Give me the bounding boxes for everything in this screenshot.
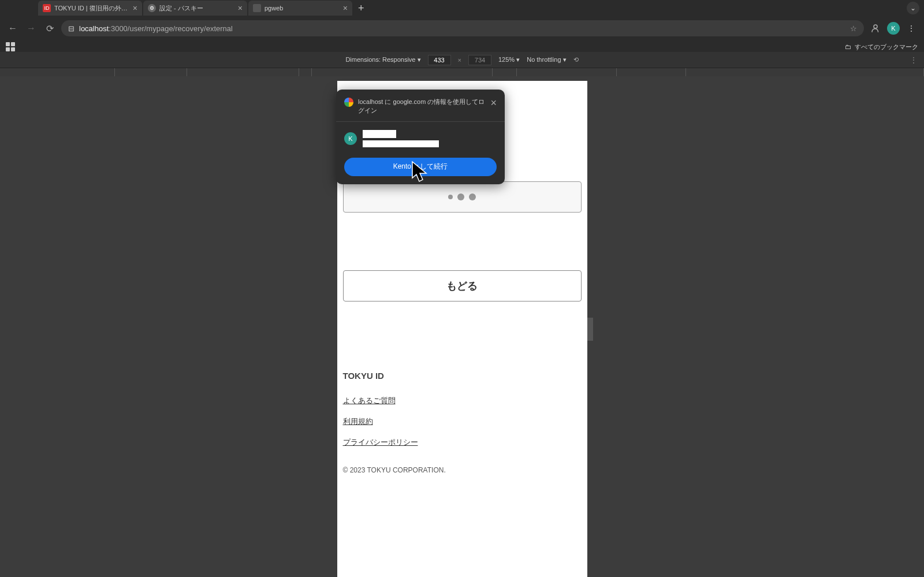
profile-avatar[interactable]: K (887, 22, 900, 35)
close-icon[interactable]: × (133, 3, 137, 13)
tab-title: 設定 - パスキー (159, 4, 234, 13)
account-name-redacted (363, 130, 396, 138)
close-icon[interactable]: × (343, 3, 348, 13)
tab-bar: ID TOKYU ID | 復旧用の外部ID連携 × ⚙ 設定 - パスキー ×… (0, 0, 924, 16)
resize-handle-right[interactable] (587, 318, 593, 341)
new-tab-button[interactable]: + (353, 2, 369, 14)
page-footer: TOKYU ID よくあるご質問 利用規約 プライバシーポリシー © 2023 … (343, 371, 582, 474)
back-button[interactable]: もどる (343, 270, 582, 301)
url-host: localhost (79, 24, 109, 33)
person-icon[interactable] (869, 21, 882, 35)
url-bar[interactable]: ⊟ localhost:3000/user/mypage/recovery/ex… (61, 20, 864, 36)
all-bookmarks-label[interactable]: すべてのブックマーク (855, 43, 918, 51)
google-icon (344, 98, 353, 107)
throttling-dropdown[interactable]: No throttling ▾ (527, 56, 566, 64)
site-info-icon[interactable]: ⊟ (68, 24, 74, 33)
folder-icon: 🗀 (845, 43, 851, 50)
height-input[interactable] (468, 55, 491, 65)
bookmark-bar: 🗀 すべてのブックマーク (0, 40, 924, 53)
apps-icon[interactable] (6, 42, 15, 51)
privacy-link[interactable]: プライバシーポリシー (343, 437, 582, 448)
copyright: © 2023 TOKYU CORPORATION. (343, 466, 582, 474)
gear-icon: ⚙ (148, 4, 156, 12)
nav-bar: ← → ⟳ ⊟ localhost:3000/user/mypage/recov… (0, 16, 924, 40)
tab-favicon-id: ID (43, 4, 51, 12)
dot-icon (448, 195, 453, 199)
url-path: /user/mypage/recovery/external (128, 24, 233, 33)
star-icon[interactable]: ☆ (850, 24, 857, 33)
continue-button[interactable]: Kento として続行 (344, 158, 497, 176)
dot-icon (469, 193, 476, 200)
browser-chrome: ID TOKYU ID | 復旧用の外部ID連携 × ⚙ 設定 - パスキー ×… (0, 0, 924, 52)
divider (336, 121, 505, 122)
popup-header-text: localhost に google.com の情報を使用してログイン (358, 98, 486, 116)
tab-favicon-blank (253, 4, 261, 12)
account-email-redacted (363, 140, 439, 147)
more-icon[interactable]: ⋮ (910, 56, 917, 64)
url-port: :3000 (109, 24, 128, 33)
close-icon[interactable]: × (490, 98, 497, 108)
account-row[interactable]: K (344, 128, 497, 150)
faq-link[interactable]: よくあるご質問 (343, 396, 582, 406)
reload-icon[interactable]: ⟳ (43, 21, 57, 35)
browser-tab-2[interactable]: ⚙ 設定 - パスキー × (143, 1, 247, 16)
width-input[interactable] (428, 55, 451, 65)
browser-tab-1[interactable]: ID TOKYU ID | 復旧用の外部ID連携 × (38, 1, 142, 16)
ruler (0, 68, 924, 76)
device-toolbar: Dimensions: Responsive ▾ × 125% ▾ No thr… (0, 52, 924, 68)
footer-title: TOKYU ID (343, 371, 582, 381)
tab-title: TOKYU ID | 復旧用の外部ID連携 (54, 4, 129, 13)
zoom-dropdown[interactable]: 125% ▾ (498, 56, 520, 64)
account-avatar: K (344, 132, 357, 145)
svg-point-0 (874, 25, 877, 28)
close-icon[interactable]: × (238, 3, 243, 13)
forward-nav-icon[interactable]: → (24, 21, 38, 35)
browser-tab-3[interactable]: pgweb × (248, 1, 352, 16)
multiply-icon: × (458, 57, 461, 64)
back-nav-icon[interactable]: ← (6, 21, 20, 35)
rotate-icon[interactable]: ⟲ (573, 56, 579, 64)
dimensions-dropdown[interactable]: Dimensions: Responsive ▾ (345, 56, 420, 64)
menu-dots-icon[interactable]: ⋮ (904, 21, 918, 35)
loading-indicator (343, 181, 582, 213)
dot-icon (457, 193, 464, 200)
chevron-down-icon[interactable]: ⌄ (907, 2, 919, 14)
google-signin-popup: localhost に google.com の情報を使用してログイン × K … (336, 90, 505, 184)
terms-link[interactable]: 利用規約 (343, 416, 582, 427)
tab-title: pgweb (264, 5, 340, 12)
